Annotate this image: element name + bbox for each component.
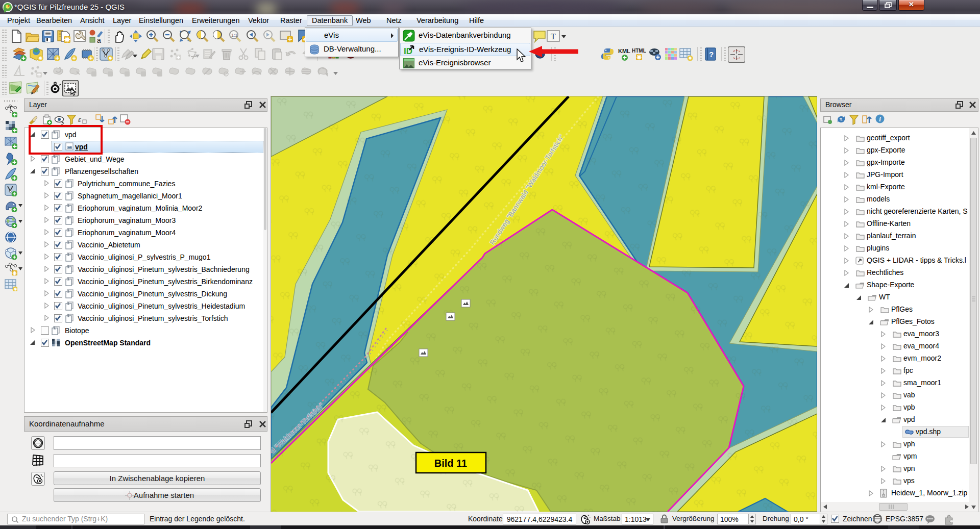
svg-text:1:1: 1:1 xyxy=(231,33,238,38)
svg-text:ε: ε xyxy=(78,115,81,123)
svg-text:a: a xyxy=(97,36,101,43)
svg-text:HTML: HTML xyxy=(632,48,646,54)
svg-text:KML: KML xyxy=(618,48,630,54)
svg-text:i: i xyxy=(879,115,881,123)
svg-text:T: T xyxy=(551,32,556,41)
svg-text:?: ? xyxy=(709,50,714,59)
svg-text:Bild 11: Bild 11 xyxy=(434,458,467,469)
